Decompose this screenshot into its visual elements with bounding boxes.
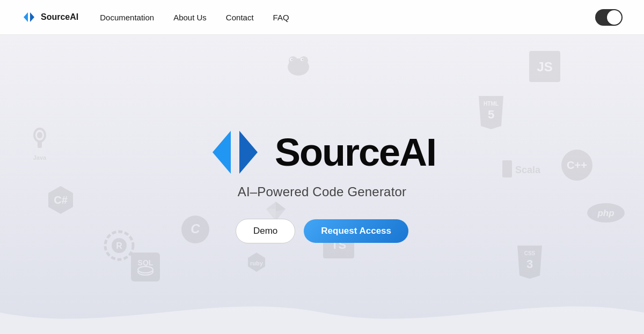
toggle-switch[interactable] xyxy=(595,9,623,26)
svg-point-20 xyxy=(299,56,308,65)
dark-mode-toggle[interactable] xyxy=(595,9,623,26)
svg-point-2 xyxy=(34,129,45,142)
svg-text:JS: JS xyxy=(537,60,552,74)
nav-logo[interactable]: SourceAI xyxy=(21,10,78,25)
svg-point-24 xyxy=(302,58,304,60)
ruby-icon: ruby xyxy=(245,250,268,274)
svg-rect-37 xyxy=(502,160,512,177)
go-icon xyxy=(283,50,313,80)
nav-link-faq[interactable]: FAQ xyxy=(273,13,289,22)
css3-icon: CSS 3 xyxy=(515,244,544,280)
svg-rect-30 xyxy=(529,51,560,82)
svg-point-35 xyxy=(561,150,592,181)
svg-text:HTML: HTML xyxy=(484,101,499,107)
nav-logo-text: SourceAI xyxy=(41,12,78,22)
svg-text:php: php xyxy=(597,208,614,218)
svg-marker-0 xyxy=(24,12,28,22)
svg-point-16 xyxy=(138,269,153,275)
svg-text:5: 5 xyxy=(488,108,494,121)
navbar: SourceAI Documentation About Us Contact … xyxy=(0,0,644,35)
svg-text:3: 3 xyxy=(526,257,533,271)
svg-marker-45 xyxy=(239,131,258,174)
sourceai-logo-icon xyxy=(21,10,36,25)
cpp-icon: C++ xyxy=(560,149,594,182)
nav-link-contact[interactable]: Contact xyxy=(226,13,254,22)
nav-link-documentation[interactable]: Documentation xyxy=(100,13,154,22)
svg-point-21 xyxy=(290,58,293,61)
svg-text:R: R xyxy=(116,241,122,250)
nav-links: Documentation About Us Contact FAQ xyxy=(100,13,595,22)
svg-point-18 xyxy=(288,58,309,76)
toggle-knob xyxy=(607,10,621,25)
html5-icon: HTML 5 xyxy=(477,95,506,130)
request-access-button[interactable]: Request Access xyxy=(304,219,408,243)
svg-point-17 xyxy=(138,266,153,273)
hero-wave xyxy=(0,291,644,334)
hero-buttons: Demo Request Access xyxy=(236,219,408,243)
java-icon: Java xyxy=(26,124,54,161)
svg-rect-4 xyxy=(38,140,42,148)
sql-icon: SQL xyxy=(129,250,162,284)
nav-link-about-us[interactable]: About Us xyxy=(173,13,207,22)
scala-icon: Scala xyxy=(502,160,545,179)
svg-text:CSS: CSS xyxy=(524,250,536,256)
svg-marker-5 xyxy=(48,186,73,214)
svg-marker-41 xyxy=(517,246,542,279)
svg-text:C++: C++ xyxy=(567,159,587,171)
svg-text:C#: C# xyxy=(54,194,68,206)
svg-point-39 xyxy=(587,203,625,222)
svg-point-3 xyxy=(37,132,42,138)
svg-text:C: C xyxy=(191,221,200,236)
svg-marker-1 xyxy=(30,12,34,22)
svg-text:SQL: SQL xyxy=(138,258,153,267)
javascript-icon: JS xyxy=(528,50,561,83)
hero-title: SourceAI xyxy=(275,133,436,172)
svg-rect-14 xyxy=(131,253,160,281)
svg-point-10 xyxy=(181,216,209,243)
hero-brand: SourceAI xyxy=(208,125,436,179)
svg-marker-44 xyxy=(213,131,231,174)
hero-section: Java C# R C xyxy=(0,35,644,334)
svg-marker-12 xyxy=(248,253,265,272)
svg-point-23 xyxy=(291,58,293,60)
svg-point-8 xyxy=(112,238,127,253)
svg-text:Scala: Scala xyxy=(515,165,541,175)
csharp-icon: C# xyxy=(45,184,76,216)
hero-subtitle: AI–Powered Code Generator xyxy=(238,184,407,199)
svg-marker-32 xyxy=(479,96,503,129)
hero-content: SourceAI AI–Powered Code Generator Demo … xyxy=(208,125,436,243)
r-icon: R xyxy=(103,229,135,262)
php-icon: php xyxy=(586,202,626,224)
svg-point-22 xyxy=(301,58,304,61)
svg-point-19 xyxy=(289,56,297,65)
hero-logo-icon xyxy=(208,125,262,179)
c-icon: C xyxy=(180,214,210,244)
demo-button[interactable]: Demo xyxy=(236,219,295,243)
svg-point-7 xyxy=(105,232,133,259)
svg-text:ruby: ruby xyxy=(250,260,264,266)
